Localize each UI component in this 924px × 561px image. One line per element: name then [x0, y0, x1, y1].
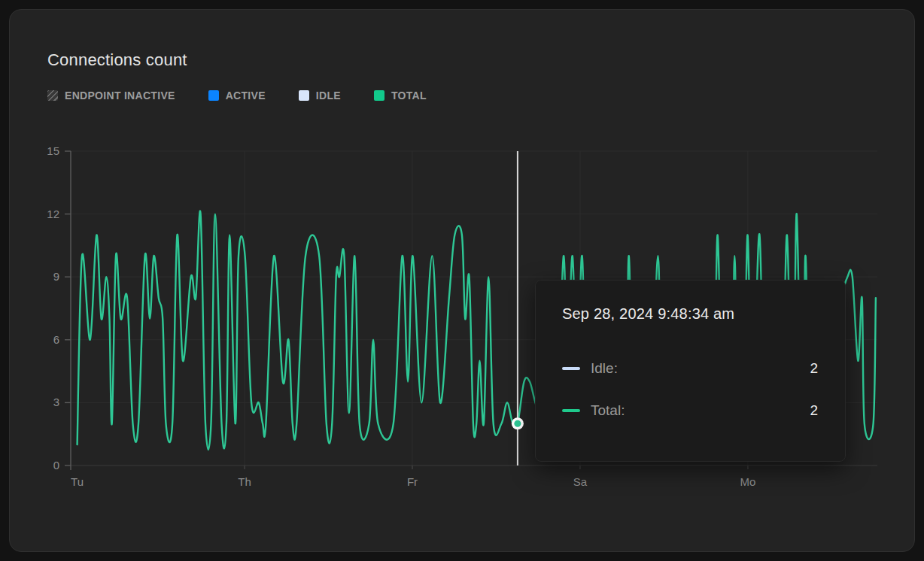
cursor-marker-dot: [514, 420, 521, 427]
tooltip-row-idle: Idle: 2: [562, 360, 818, 377]
tooltip-value: 2: [810, 360, 818, 377]
x-axis-label: Tu: [55, 474, 100, 490]
x-axis-label: Sa: [558, 474, 603, 490]
x-axis-label: Fr: [390, 474, 435, 490]
y-axis-label: 12: [29, 206, 59, 223]
idle-dash-icon: [562, 367, 580, 370]
y-axis-label: 9: [29, 268, 59, 285]
tooltip-row-total: Total: 2: [562, 402, 818, 419]
x-axis-label: Th: [222, 474, 267, 490]
y-axis-label: 3: [29, 394, 59, 411]
tooltip-label: Idle:: [591, 360, 618, 377]
tooltip-value: 2: [810, 402, 818, 419]
connections-count-card: Connections count ENDPOINT INACTIVE ACTI…: [9, 9, 915, 552]
y-axis-label: 0: [29, 457, 59, 474]
chart-tooltip: Sep 28, 2024 9:48:34 am Idle: 2 Total: 2: [535, 280, 846, 462]
tooltip-label: Total:: [591, 402, 625, 419]
y-axis-label: 15: [29, 143, 59, 159]
tooltip-date: Sep 28, 2024 9:48:34 am: [562, 305, 818, 323]
total-dash-icon: [562, 409, 580, 412]
y-axis-label: 6: [29, 332, 59, 348]
x-axis-label: Mo: [725, 474, 771, 490]
